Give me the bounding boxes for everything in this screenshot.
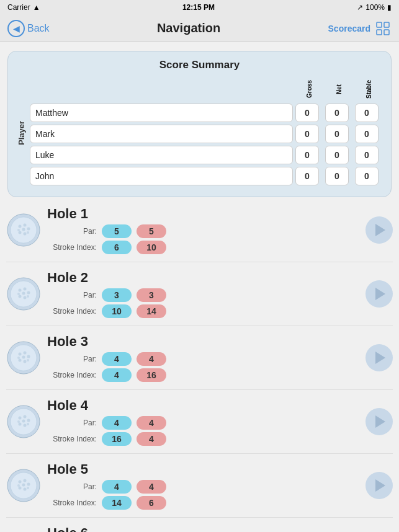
hole-title-5: Hole 5 (47, 461, 359, 477)
svg-point-32 (17, 357, 20, 359)
svg-point-22 (17, 293, 20, 295)
play-triangle-icon-4 (375, 415, 385, 428)
back-label: Back (27, 23, 50, 34)
par-label-1: Par: (47, 227, 97, 236)
par-row-1: Par:55 (47, 224, 359, 238)
si-label-2: Stroke Index: (47, 307, 97, 316)
play-button-5[interactable] (365, 472, 393, 499)
play-triangle-icon-5 (375, 479, 385, 492)
stable-header: Stable (355, 78, 382, 101)
hole-info-6: Hole 6Par:33Stroke Index:1818 (47, 525, 359, 532)
svg-point-43 (27, 423, 29, 425)
golf-ball-icon-5 (6, 468, 41, 503)
hole-row-5: Hole 5Par:44Stroke Index:146 (6, 461, 393, 510)
svg-point-42 (17, 420, 20, 423)
par-pink-1: 5 (137, 224, 166, 238)
svg-point-13 (27, 231, 29, 234)
player-name-input-2[interactable] (30, 146, 293, 164)
play-button-4[interactable] (365, 408, 393, 435)
svg-rect-1 (384, 22, 389, 27)
svg-point-38 (27, 419, 30, 422)
par-blue-2: 3 (102, 288, 132, 302)
golf-ball-icon-4 (6, 404, 41, 439)
holes-section: Hole 1Par:55Stroke Index:610 Hole 2Par:3… (0, 206, 399, 532)
net-score-0: 0 (325, 104, 349, 122)
gross-score-3: 0 (295, 167, 319, 185)
golf-ball-icon-3 (6, 340, 41, 375)
svg-point-16 (19, 289, 22, 292)
svg-point-7 (24, 224, 27, 227)
si-label-3: Stroke Index: (47, 371, 97, 379)
si-pink-3: 16 (137, 368, 166, 382)
si-pink-1: 10 (137, 241, 166, 254)
par-pink-5: 4 (137, 480, 166, 494)
player-name-input-3[interactable] (30, 167, 293, 185)
svg-point-40 (24, 424, 27, 427)
si-pink-2: 14 (137, 304, 166, 318)
hole-info-5: Hole 5Par:44Stroke Index:146 (47, 461, 359, 510)
svg-point-46 (19, 481, 22, 484)
svg-point-12 (17, 229, 20, 231)
svg-point-30 (24, 360, 27, 363)
player-row-2: 000 (30, 146, 382, 164)
svg-point-41 (22, 420, 25, 423)
play-button-1[interactable] (365, 216, 393, 244)
svg-point-26 (19, 353, 22, 356)
back-button[interactable]: ◀ Back (7, 20, 50, 37)
gross-score-0: 0 (295, 104, 319, 122)
hole-row-6: Hole 6Par:33Stroke Index:1818 (6, 525, 393, 532)
player-name-input-1[interactable] (30, 125, 293, 143)
net-score-2: 0 (325, 146, 349, 164)
svg-point-21 (22, 292, 25, 295)
svg-point-36 (19, 417, 22, 420)
svg-point-31 (22, 356, 25, 359)
gross-score-1: 0 (295, 125, 319, 143)
nav-title: Navigation (157, 21, 220, 35)
si-label-4: Stroke Index: (47, 435, 97, 443)
svg-point-6 (19, 225, 22, 228)
svg-point-47 (24, 479, 27, 482)
golf-ball-icon-2 (6, 277, 41, 311)
hole-stats-1: Par:55Stroke Index:610 (47, 224, 359, 254)
stable-score-3: 0 (355, 167, 379, 185)
gross-header: Gross (295, 78, 323, 101)
svg-point-37 (24, 415, 27, 419)
svg-point-51 (22, 484, 25, 487)
hole-stats-4: Par:44Stroke Index:164 (47, 416, 359, 446)
svg-point-39 (19, 423, 22, 426)
hole-info-1: Hole 1Par:55Stroke Index:610 (47, 206, 359, 254)
play-button-3[interactable] (365, 344, 393, 371)
svg-point-27 (24, 352, 27, 355)
par-pink-3: 4 (137, 352, 166, 366)
golf-ball-icon-1 (6, 213, 41, 247)
net-score-1: 0 (325, 125, 349, 143)
player-name-input-0[interactable] (30, 104, 293, 122)
svg-point-18 (27, 291, 30, 295)
stable-score-0: 0 (355, 104, 379, 122)
back-chevron-icon: ◀ (7, 20, 25, 37)
status-time: 12:15 PM (182, 3, 215, 12)
player-row-0: 000 (30, 104, 382, 122)
par-label-3: Par: (47, 355, 97, 363)
play-triangle-icon-3 (375, 352, 385, 364)
svg-point-17 (24, 288, 27, 291)
si-pink-4: 4 (137, 432, 166, 446)
play-triangle-icon-2 (375, 288, 385, 300)
svg-point-49 (19, 487, 22, 490)
svg-point-50 (24, 488, 27, 491)
svg-point-9 (19, 231, 22, 234)
arrow-icon: ↗ (357, 3, 363, 12)
play-button-2[interactable] (365, 280, 393, 308)
si-row-5: Stroke Index:146 (47, 496, 359, 510)
status-left: Carrier ▲ (7, 3, 40, 12)
si-row-3: Stroke Index:416 (47, 368, 359, 382)
svg-point-52 (17, 484, 20, 487)
hole-title-1: Hole 1 (47, 206, 359, 222)
hole-row-3: Hole 3Par:44Stroke Index:416 (6, 334, 393, 382)
status-right: ↗ 100% ▮ (357, 3, 392, 12)
svg-point-28 (27, 355, 30, 358)
scorecard-button[interactable]: Scorecard (328, 20, 392, 37)
hole-title-3: Hole 3 (47, 334, 359, 350)
si-row-4: Stroke Index:164 (47, 432, 359, 446)
svg-point-33 (27, 359, 29, 361)
